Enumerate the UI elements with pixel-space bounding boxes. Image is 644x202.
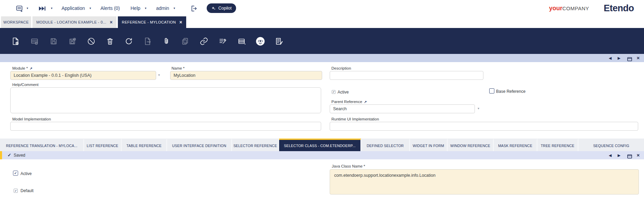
new-record-icon[interactable] <box>11 37 20 46</box>
parent-reference-link-icon[interactable]: ↗ <box>364 100 367 104</box>
base-reference-checkbox[interactable] <box>489 88 494 93</box>
subtab-mask-reference[interactable]: MASK REFERENCE <box>494 139 537 151</box>
menu-user-caret-icon[interactable]: ▾ <box>174 0 175 16</box>
link-icon[interactable] <box>199 37 209 46</box>
record-toolbar <box>0 28 644 54</box>
refresh-icon[interactable] <box>124 37 134 46</box>
status-bar: ✓ Saved ◀ ▶ × <box>0 151 644 159</box>
module-label: Module *↗ <box>12 66 32 70</box>
audit-trail-icon[interactable] <box>274 37 284 46</box>
active-label: Active <box>338 90 349 95</box>
quick-launch-caret-icon[interactable]: ▾ <box>51 0 53 16</box>
detail-active-checkbox[interactable]: ✓ <box>13 171 18 176</box>
previous-record-icon[interactable]: ◀ <box>607 151 613 159</box>
java-class-name-label: Java Class Name * <box>332 164 365 168</box>
next-record-icon[interactable]: ▶ <box>616 54 622 62</box>
subtab-user-interface-definition[interactable]: USER INTERFACE DEFINITION <box>167 139 232 151</box>
module-input[interactable] <box>10 71 156 80</box>
record-navigation-bar: ◀ ▶ × <box>0 54 644 62</box>
tab-module-location-example[interactable]: MODULE - LOCATION EXAMPLE - 0... × <box>32 16 117 28</box>
parent-reference-label-text: Parent Reference <box>331 100 362 104</box>
parent-reference-label: Parent Reference↗ <box>331 100 367 104</box>
java-class-name-input[interactable]: com.etendoerp.support.locationexample.in… <box>330 169 639 194</box>
yourcompany-logo-your: your <box>549 5 562 12</box>
workspace-menu-caret-icon[interactable]: ▾ <box>27 0 28 16</box>
runtime-ui-implementation-input[interactable] <box>330 122 638 131</box>
yourcompany-logo-company: COMPANY <box>562 5 589 11</box>
save-and-new-icon[interactable] <box>68 37 77 46</box>
tab-reference-mylocation[interactable]: REFERENCE - MYLOCATION × <box>118 16 186 28</box>
export-icon[interactable] <box>143 37 152 46</box>
undo-cancel-icon[interactable] <box>86 37 96 46</box>
sparkle-icon <box>211 6 216 11</box>
next-record-icon[interactable]: ▶ <box>616 151 622 159</box>
clone-icon[interactable] <box>180 37 190 46</box>
menu-help-caret-icon[interactable]: ▾ <box>145 0 147 16</box>
logout-icon[interactable] <box>189 4 199 13</box>
child-tab-bar: REFERENCE TRANSLATION - MYLOCA... LIST R… <box>0 139 644 151</box>
close-icon[interactable]: × <box>179 19 182 25</box>
copilot-robot-icon[interactable] <box>256 37 265 46</box>
subtab-sequence-config[interactable]: SEQUENCE CONFIG <box>578 139 644 151</box>
module-link-icon[interactable]: ↗ <box>29 67 32 70</box>
parent-reference-dropdown-icon[interactable]: ▾ <box>478 106 479 110</box>
delete-icon[interactable] <box>105 37 115 46</box>
reference-form: Module *↗ ▾ Name * Description Help/Comm… <box>0 62 644 139</box>
menu-application-caret-icon[interactable]: ▾ <box>90 0 91 16</box>
etendo-app-window: ▾ ▾ Application ▾ Alerts (0) Help ▾ admi… <box>0 0 644 202</box>
menu-help[interactable]: Help <box>131 0 140 16</box>
subtab-widget-in-form[interactable]: WIDGET IN FORM <box>410 139 448 151</box>
subtab-table-reference[interactable]: TABLE REFERENCE <box>122 139 167 151</box>
process-icon[interactable] <box>218 37 228 46</box>
menu-alerts[interactable]: Alerts (0) <box>100 0 120 16</box>
previous-record-icon[interactable]: ◀ <box>607 54 613 62</box>
base-reference-label: Base Reference <box>496 89 525 94</box>
copilot-button[interactable]: Copilot <box>207 3 236 13</box>
workspace-menu-icon[interactable] <box>14 4 25 13</box>
subtab-defined-selector[interactable]: DEFINED SELECTOR <box>361 139 410 151</box>
name-label: Name * <box>172 66 184 70</box>
detail-default-checkbox[interactable]: ✓ <box>14 189 18 193</box>
attachment-icon[interactable] <box>162 37 171 46</box>
subtab-tree-reference[interactable]: TREE REFERENCE <box>537 139 578 151</box>
module-label-text: Module * <box>12 66 28 70</box>
model-implementation-input[interactable] <box>10 122 321 131</box>
subtab-selector-class[interactable]: SELECTOR CLASS - COM.ETENDOERP... <box>279 139 361 151</box>
yourcompany-logo: yourCOMPANY <box>549 0 589 16</box>
help-comment-label: Help/Comment <box>12 83 39 87</box>
etendo-logo: Etendo <box>604 0 634 16</box>
subtab-window-reference[interactable]: WINDOW REFERENCE <box>448 139 494 151</box>
tab-label: REFERENCE - MYLOCATION <box>122 20 176 24</box>
module-dropdown-icon[interactable]: ▾ <box>158 73 160 77</box>
menu-user[interactable]: admin <box>156 0 169 16</box>
tab-workspace[interactable]: WORKSPACE <box>1 16 31 28</box>
detail-default-label: Default <box>20 188 33 193</box>
save-icon[interactable] <box>49 37 58 46</box>
window-tabs: WORKSPACE MODULE - LOCATION EXAMPLE - 0.… <box>0 16 644 28</box>
active-checkbox[interactable]: ✓ <box>332 90 335 94</box>
close-icon[interactable]: × <box>110 19 113 25</box>
check-icon: ✓ <box>332 90 335 93</box>
parent-reference-input[interactable] <box>330 104 475 113</box>
selector-class-form: ✓ Active ✓ Default Java Class Name * com… <box>0 159 644 202</box>
close-form-icon[interactable]: × <box>635 151 641 159</box>
subtab-reference-translation[interactable]: REFERENCE TRANSLATION - MYLOCA... <box>0 139 84 151</box>
copilot-label: Copilot <box>218 6 232 11</box>
saved-check-icon: ✓ <box>8 151 11 159</box>
close-form-icon[interactable]: × <box>635 54 641 62</box>
status-message: Saved <box>14 151 25 159</box>
name-input[interactable] <box>170 71 322 80</box>
description-input[interactable] <box>330 71 483 80</box>
subtab-selector-reference[interactable]: SELECTOR REFERENCE <box>232 139 279 151</box>
help-comment-textarea[interactable] <box>10 87 321 113</box>
description-label: Description <box>331 66 351 70</box>
menu-application[interactable]: Application <box>61 0 85 16</box>
check-icon: ✓ <box>14 171 17 175</box>
runtime-ui-implementation-label: Runtime UI Implementation <box>331 117 379 121</box>
check-icon: ✓ <box>15 189 17 192</box>
detail-active-label: Active <box>20 171 32 176</box>
quick-launch-icon[interactable] <box>37 4 47 13</box>
form-view-icon[interactable] <box>237 37 246 46</box>
grid-view-icon[interactable] <box>30 37 39 46</box>
subtab-list-reference[interactable]: LIST REFERENCE <box>84 139 122 151</box>
